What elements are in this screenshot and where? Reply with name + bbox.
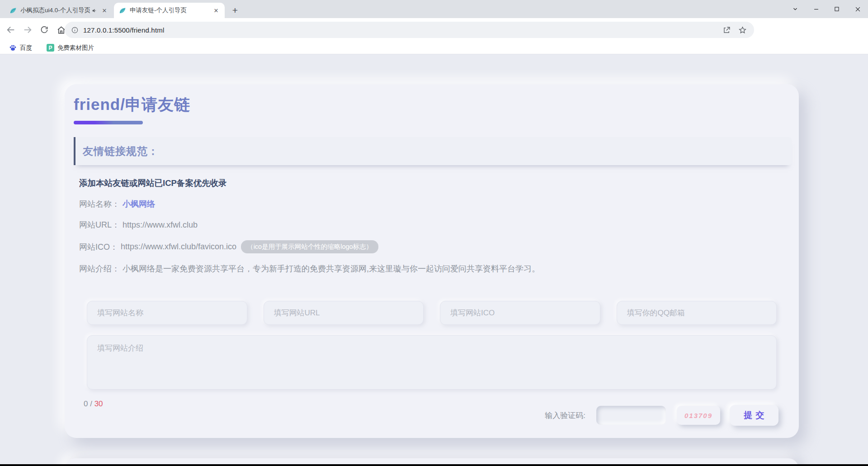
address-bar[interactable]: 127.0.0.1:5500/friend.html	[65, 22, 754, 38]
form-inputs-row	[87, 301, 777, 325]
friend-form-card: friend/申请友链 友情链接规范： 添加本站友链或网站已ICP备案优先收录 …	[65, 84, 799, 438]
window-minimize-button[interactable]	[806, 0, 826, 18]
site-favicon-icon	[118, 7, 126, 14]
form-footer: 0 / 30 输入验证码: 013709 提交	[65, 390, 799, 447]
tab-title: 小枫拟态ui4.0-个人引导页	[20, 6, 90, 14]
tab-title: 申请友链-个人引导页	[130, 6, 209, 14]
window-maximize-button[interactable]	[826, 0, 847, 18]
section-header-text: 友情链接规范：	[83, 144, 159, 158]
site-favicon-icon	[9, 7, 17, 14]
bookmark-free-material[interactable]: P 免费素材图片	[47, 44, 94, 52]
captcha-input[interactable]	[596, 406, 666, 425]
link-rules-info: 添加本站友链或网站已ICP备案优先收录 网站名称： 小枫网络 网站URL： ht…	[79, 177, 799, 274]
site-desc-value: 小枫网络是一家免费资源共享平台，专为新手打造的免费共享资源网,来这里璇与你一起访…	[123, 263, 540, 274]
site-ico-line: 网站ICO： https://www.xfwl.club/favicon.ico…	[79, 240, 799, 253]
site-ico-value: https://www.xfwl.club/favicon.ico	[121, 242, 236, 252]
submit-button[interactable]: 提交	[730, 405, 778, 426]
forward-icon[interactable]	[21, 24, 34, 36]
window-controls	[785, 0, 868, 18]
captcha-label: 输入验证码:	[545, 410, 585, 421]
bookmark-label: 百度	[20, 44, 32, 52]
qq-email-input[interactable]	[617, 301, 777, 325]
new-tab-button[interactable]: +	[229, 4, 241, 17]
captcha-row: 输入验证码: 013709 提交	[545, 405, 778, 426]
bookmark-baidu[interactable]: 百度	[9, 44, 32, 52]
section-header-box: 友情链接规范：	[74, 137, 792, 165]
window-close-button[interactable]	[847, 0, 868, 18]
tab-close-icon[interactable]: ✕	[100, 6, 108, 14]
tab-search-chevron-icon[interactable]	[785, 0, 806, 18]
site-url-line: 网站URL： https://www.xfwl.club	[79, 219, 799, 230]
site-ico-input[interactable]	[440, 301, 600, 325]
back-icon[interactable]	[5, 24, 17, 36]
bookmark-label: 免费素材图片	[57, 44, 94, 52]
tab-home-page[interactable]: 小枫拟态ui4.0-个人引导页 ✕	[5, 3, 113, 18]
site-name-value: 小枫网络	[123, 199, 155, 209]
site-description-textarea[interactable]	[87, 335, 777, 390]
window-bottom-edge	[0, 464, 868, 466]
ico-hint-badge: （ico是用于展示网站个性的缩略logo标志）	[241, 240, 378, 253]
site-info-icon[interactable]	[71, 26, 79, 34]
next-section-card	[65, 458, 799, 464]
browser-toolbar: 127.0.0.1:5500/friend.html	[0, 18, 868, 42]
material-site-icon: P	[47, 44, 54, 52]
baidu-paw-icon	[9, 44, 17, 52]
reload-icon[interactable]	[38, 24, 51, 36]
site-url-value: https://www.xfwl.club	[123, 220, 198, 230]
bookmark-star-icon[interactable]	[738, 26, 747, 34]
site-name-line: 网站名称： 小枫网络	[79, 199, 799, 209]
tab-close-icon[interactable]: ✕	[212, 6, 220, 14]
tab-audio-icon[interactable]	[92, 8, 98, 14]
page-viewport: friend/申请友链 友情链接规范： 添加本站友链或网站已ICP备案优先收录 …	[0, 54, 868, 464]
captcha-image[interactable]: 013709	[677, 406, 720, 425]
share-icon[interactable]	[722, 26, 731, 34]
browser-tab-bar: 小枫拟态ui4.0-个人引导页 ✕ 申请友链-个人引导页 ✕ +	[0, 0, 868, 18]
title-underline	[74, 121, 143, 124]
page-title: friend/申请友链	[74, 94, 799, 115]
char-counter: 0 / 30	[84, 399, 103, 409]
url-text[interactable]: 127.0.0.1:5500/friend.html	[83, 26, 722, 34]
bookmarks-bar: 百度 P 免费素材图片	[0, 42, 868, 54]
site-url-input[interactable]	[264, 301, 424, 325]
site-name-input[interactable]	[87, 301, 247, 325]
site-desc-line: 网站介绍： 小枫网络是一家免费资源共享平台，专为新手打造的免费共享资源网,来这里…	[79, 263, 799, 274]
icp-notice: 添加本站友链或网站已ICP备案优先收录	[79, 177, 799, 189]
tab-friend-page[interactable]: 申请友链-个人引导页 ✕	[114, 3, 225, 18]
